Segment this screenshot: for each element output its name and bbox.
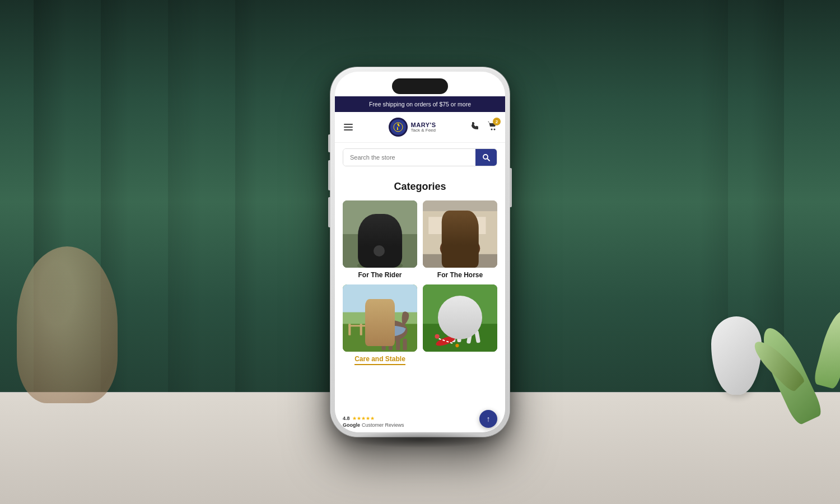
svg-rect-44 <box>389 339 393 350</box>
category-item-misc[interactable] <box>423 284 497 365</box>
volume-mute-button <box>328 134 330 152</box>
svg-point-27 <box>447 240 468 249</box>
svg-point-61 <box>455 344 459 347</box>
svg-rect-28 <box>446 257 450 268</box>
app-screen: Free shipping on orders of $75 or more <box>335 72 505 432</box>
reviews-rating: 4.8 ★★★★★ <box>343 416 404 421</box>
logo-name: MARY'S <box>411 122 436 128</box>
scroll-top-button[interactable]: ↑ <box>479 410 497 428</box>
svg-point-52 <box>474 311 481 320</box>
svg-point-3 <box>494 129 496 130</box>
categories-title: Categories <box>343 181 497 193</box>
hamburger-menu[interactable] <box>343 123 354 132</box>
logo-icon <box>390 119 406 135</box>
svg-rect-14 <box>390 258 393 268</box>
svg-point-60 <box>435 334 439 339</box>
svg-rect-48 <box>423 324 497 352</box>
categories-section: Categories <box>335 172 505 370</box>
svg-point-49 <box>447 319 473 335</box>
search-bar <box>343 148 497 166</box>
svg-rect-36 <box>371 312 374 335</box>
category-label-care: Care and Stable <box>354 355 405 365</box>
phone-icon[interactable] <box>470 122 479 133</box>
svg-rect-45 <box>396 338 400 351</box>
search-icon <box>482 153 490 161</box>
logo-badge <box>389 118 408 137</box>
svg-rect-12 <box>374 258 377 268</box>
reviews-label: Customer Reviews <box>362 422 404 428</box>
svg-point-8 <box>357 261 403 268</box>
category-image-rider <box>343 200 417 268</box>
category-image-care <box>343 284 417 352</box>
svg-point-17 <box>371 228 382 232</box>
power-button <box>510 168 512 207</box>
svg-point-2 <box>491 129 493 130</box>
category-image-misc <box>423 284 497 352</box>
svg-point-50 <box>468 314 482 328</box>
announcement-text: Free shipping on orders of $75 or more <box>369 101 471 108</box>
svg-point-51 <box>470 320 476 325</box>
category-item-rider[interactable]: For The Rider <box>343 200 417 279</box>
search-container <box>335 143 505 172</box>
search-button[interactable] <box>475 149 497 166</box>
category-item-care[interactable]: Care and Stable <box>343 284 417 365</box>
volume-up-button <box>328 160 330 190</box>
stars-icon: ★★★★★ <box>352 416 375 421</box>
category-label-horse: For The Horse <box>437 271 483 279</box>
phone-shadow <box>347 431 493 448</box>
logo[interactable]: MARY'S Tack & Feed <box>389 118 436 137</box>
scroll-top-icon: ↑ <box>487 415 491 423</box>
header-icons: 2 <box>470 121 497 133</box>
logo-text-block: MARY'S Tack & Feed <box>411 122 436 133</box>
category-image-horse <box>423 200 497 268</box>
phone-screen-area: Free shipping on orders of $75 or more <box>335 72 505 432</box>
svg-point-26 <box>440 236 480 261</box>
svg-line-5 <box>487 158 489 161</box>
misc-photo <box>423 284 497 352</box>
rider-photo <box>343 200 417 268</box>
svg-rect-31 <box>470 258 474 268</box>
rating-number: 4.8 <box>343 416 350 421</box>
cart-count-badge: 2 <box>493 118 501 125</box>
svg-rect-22 <box>428 217 443 234</box>
svg-rect-57 <box>457 331 461 342</box>
reviews-source-line: Google Customer Reviews <box>343 422 404 428</box>
google-reviews: 4.8 ★★★★★ Google Customer Reviews <box>343 416 404 428</box>
dynamic-island <box>392 78 448 94</box>
svg-rect-29 <box>452 258 457 268</box>
announcement-bar: Free shipping on orders of $75 or more <box>335 96 505 112</box>
bottom-overlay: 4.8 ★★★★★ Google Customer Reviews ↑ <box>335 399 505 432</box>
care-photo <box>343 284 417 352</box>
cart-wrapper[interactable]: 2 <box>487 121 497 133</box>
svg-rect-30 <box>463 257 468 268</box>
svg-rect-13 <box>384 257 388 268</box>
hamburger-line-2 <box>344 127 353 128</box>
svg-rect-38 <box>348 325 374 326</box>
horse-photo <box>423 200 497 268</box>
phone-mockup: Free shipping on orders of $75 or more <box>330 67 510 437</box>
svg-rect-19 <box>375 236 379 241</box>
hamburger-line-1 <box>344 124 353 125</box>
svg-rect-46 <box>403 339 407 350</box>
hamburger-line-3 <box>344 129 353 130</box>
svg-rect-7 <box>343 234 417 268</box>
svg-rect-23 <box>449 214 466 234</box>
categories-grid: For The Rider <box>343 200 497 365</box>
phone-frame: Free shipping on orders of $75 or more <box>330 67 510 437</box>
volume-down-button <box>328 197 330 227</box>
category-item-horse[interactable]: For The Horse <box>423 200 497 279</box>
svg-point-16 <box>372 228 381 237</box>
category-label-rider: For The Rider <box>358 271 402 279</box>
svg-rect-25 <box>423 254 497 268</box>
svg-point-53 <box>478 321 482 323</box>
svg-rect-11 <box>368 257 372 268</box>
svg-rect-43 <box>382 338 386 351</box>
svg-rect-18 <box>374 227 380 231</box>
svg-rect-24 <box>472 217 486 234</box>
svg-point-9 <box>365 240 395 263</box>
svg-point-1 <box>397 124 399 125</box>
svg-point-15 <box>371 234 382 250</box>
search-input[interactable] <box>343 149 475 166</box>
svg-rect-39 <box>343 284 417 312</box>
header: MARY'S Tack & Feed <box>335 112 505 143</box>
